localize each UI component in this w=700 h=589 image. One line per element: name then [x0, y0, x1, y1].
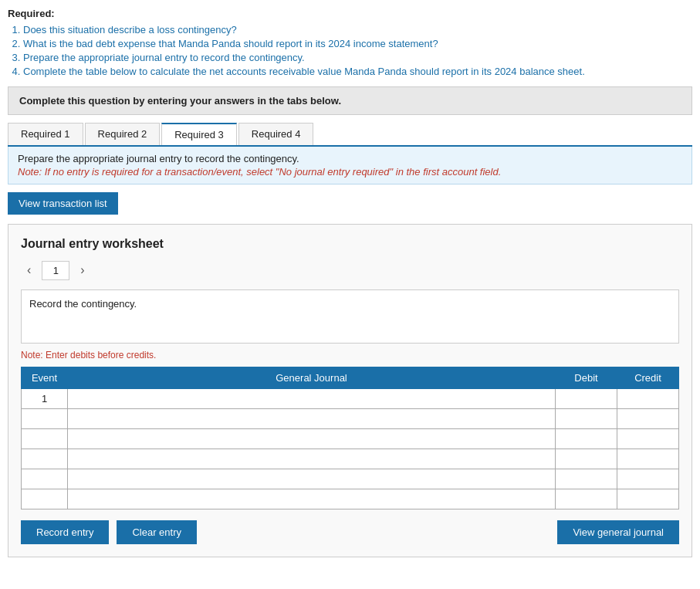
required-item-1: Does this situation describe a loss cont…	[23, 24, 692, 36]
debit-cell[interactable]	[556, 429, 617, 449]
credit-input[interactable]	[621, 393, 675, 405]
credit-input[interactable]	[621, 453, 675, 465]
debit-input[interactable]	[559, 493, 614, 505]
credit-input[interactable]	[621, 413, 675, 425]
worksheet-container: Journal entry worksheet ‹ 1 › Record the…	[8, 224, 692, 557]
page-number: 1	[42, 261, 69, 280]
record-entry-button[interactable]: Record entry	[21, 520, 109, 544]
tab-required-2[interactable]: Required 2	[85, 123, 161, 145]
event-cell: 1	[22, 389, 68, 409]
col-header-debit: Debit	[556, 367, 617, 389]
gj-input[interactable]	[71, 473, 552, 485]
event-cell	[22, 409, 68, 429]
debit-input[interactable]	[559, 453, 614, 465]
tab-required-1[interactable]: Required 1	[8, 123, 83, 145]
col-header-gj: General Journal	[68, 367, 556, 389]
credit-cell[interactable]	[617, 429, 679, 449]
credit-cell[interactable]	[617, 489, 679, 509]
gj-cell[interactable]	[68, 409, 556, 429]
tab-required-4[interactable]: Required 4	[238, 123, 314, 145]
required-list: Does this situation describe a loss cont…	[23, 24, 692, 77]
debit-cell[interactable]	[556, 469, 617, 489]
gj-cell[interactable]	[68, 489, 556, 509]
view-general-journal-button[interactable]: View general journal	[557, 520, 679, 544]
tab-required-3[interactable]: Required 3	[161, 123, 237, 145]
credit-input[interactable]	[621, 433, 675, 445]
col-header-credit: Credit	[617, 367, 679, 389]
required-item-2: What is the bad debt expense that Manda …	[23, 38, 692, 49]
gj-cell[interactable]	[68, 469, 556, 489]
debit-cell[interactable]	[556, 409, 617, 429]
required-label: Required:	[8, 8, 692, 19]
table-row: 1	[22, 389, 679, 409]
credit-input[interactable]	[621, 473, 675, 485]
event-cell	[22, 449, 68, 469]
debit-input[interactable]	[559, 393, 614, 405]
event-cell	[22, 469, 68, 489]
next-page-button[interactable]: ›	[74, 260, 90, 280]
nav-row: ‹ 1 ›	[21, 260, 679, 280]
table-row	[22, 429, 679, 449]
debit-input[interactable]	[559, 473, 614, 485]
button-row: Record entry Clear entry View general jo…	[21, 520, 679, 544]
description-box: Record the contingency.	[21, 289, 679, 344]
credit-cell[interactable]	[617, 469, 679, 489]
clear-entry-button[interactable]: Clear entry	[117, 520, 197, 544]
table-row	[22, 409, 679, 429]
debit-cell[interactable]	[556, 389, 617, 409]
required-item-3: Prepare the appropriate journal entry to…	[23, 52, 692, 63]
credit-cell[interactable]	[617, 389, 679, 409]
credit-cell[interactable]	[617, 409, 679, 429]
credit-input[interactable]	[621, 493, 675, 505]
gj-cell[interactable]	[68, 429, 556, 449]
debit-input[interactable]	[559, 413, 614, 425]
info-note: Note: If no entry is required for a tran…	[18, 166, 682, 178]
info-box: Prepare the appropriate journal entry to…	[8, 147, 692, 184]
credit-cell[interactable]	[617, 449, 679, 469]
gj-input[interactable]	[71, 433, 552, 445]
gj-input[interactable]	[71, 493, 552, 505]
journal-table: Event General Journal Debit Credit 1	[21, 367, 679, 509]
gj-cell[interactable]	[68, 449, 556, 469]
col-header-event: Event	[22, 367, 68, 389]
table-row	[22, 469, 679, 489]
gj-input[interactable]	[71, 453, 552, 465]
info-main: Prepare the appropriate journal entry to…	[18, 153, 682, 164]
event-cell	[22, 429, 68, 449]
gj-input[interactable]	[71, 393, 552, 405]
view-transaction-button[interactable]: View transaction list	[8, 192, 118, 215]
tabs-container: Required 1 Required 2 Required 3 Require…	[8, 123, 692, 147]
event-cell	[22, 489, 68, 509]
debit-cell[interactable]	[556, 489, 617, 509]
instructions-box: Complete this question by entering your …	[8, 86, 692, 115]
required-item-4: Complete the table below to calculate th…	[23, 66, 692, 77]
worksheet-title: Journal entry worksheet	[21, 237, 679, 251]
table-row	[22, 449, 679, 469]
prev-page-button[interactable]: ‹	[21, 260, 37, 280]
gj-cell[interactable]	[68, 389, 556, 409]
gj-input[interactable]	[71, 413, 552, 425]
table-row	[22, 489, 679, 509]
debit-cell[interactable]	[556, 449, 617, 469]
debit-input[interactable]	[559, 433, 614, 445]
note-debits: Note: Enter debits before credits.	[21, 350, 679, 361]
